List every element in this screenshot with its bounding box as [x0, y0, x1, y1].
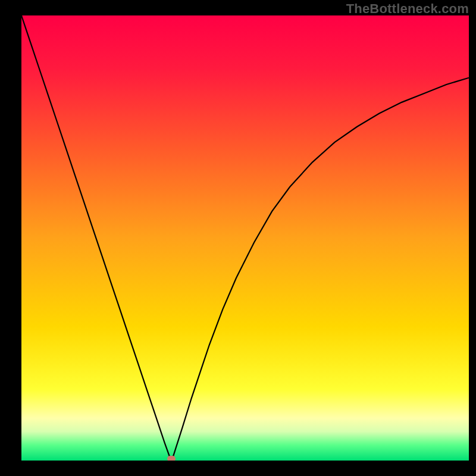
- x-axis: [21, 461, 469, 463]
- watermark-text: TheBottleneck.com: [346, 1, 469, 17]
- chart-container: TheBottleneck.com: [0, 0, 476, 476]
- plot-area: [21, 15, 469, 461]
- minimum-marker: [167, 456, 176, 461]
- curve-line: [21, 15, 469, 461]
